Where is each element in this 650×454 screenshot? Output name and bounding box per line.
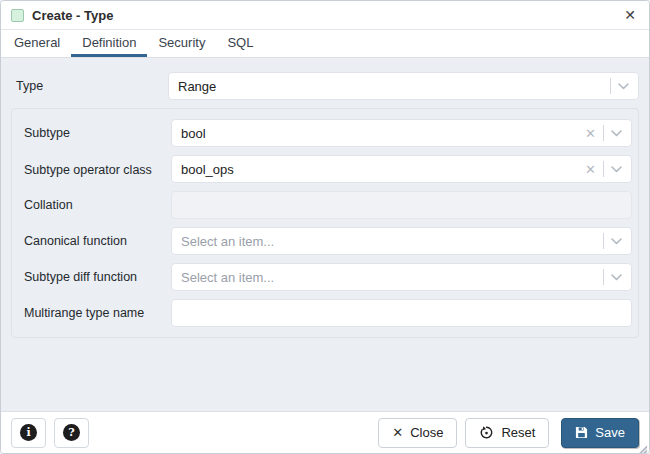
subtype-select[interactable]: bool ✕	[171, 119, 632, 147]
reset-button-label: Reset	[501, 425, 535, 440]
clear-icon[interactable]: ✕	[585, 163, 603, 176]
subtype-diff-function-row: Subtype diff function Select an item...	[18, 263, 632, 291]
dialog-title: Create - Type	[32, 8, 613, 23]
field-divider	[603, 161, 604, 177]
close-button[interactable]: ✕ Close	[378, 418, 457, 448]
create-type-dialog: Create - Type ✕ General Definition Secur…	[0, 0, 650, 454]
tab-security[interactable]: Security	[147, 30, 216, 57]
tab-general[interactable]: General	[3, 30, 71, 57]
chevron-down-icon[interactable]	[618, 83, 629, 90]
subtype-operator-class-value: bool_ops	[181, 162, 585, 177]
type-value: Range	[178, 79, 610, 94]
subtype-diff-function-placeholder: Select an item...	[181, 270, 603, 285]
subtype-operator-class-label: Subtype operator class	[18, 155, 171, 179]
collation-input-field	[181, 198, 622, 213]
save-button[interactable]: Save	[561, 418, 639, 448]
field-divider	[603, 233, 604, 249]
close-icon[interactable]: ✕	[621, 8, 639, 22]
chevron-down-icon[interactable]	[611, 166, 622, 173]
close-button-label: Close	[410, 425, 443, 440]
multirange-type-name-field[interactable]	[181, 306, 622, 321]
reset-icon	[479, 425, 494, 440]
resize-grip[interactable]	[637, 441, 648, 452]
multirange-type-name-label: Multirange type name	[18, 304, 171, 322]
collation-input	[171, 191, 632, 219]
tab-bar: General Definition Security SQL	[1, 30, 649, 58]
subtype-diff-function-select[interactable]: Select an item...	[171, 263, 632, 291]
collation-row: Collation	[18, 191, 632, 219]
type-row: Type Range	[11, 72, 639, 100]
subtype-row: Subtype bool ✕	[18, 119, 632, 147]
type-object-icon	[11, 9, 24, 22]
canonical-function-label: Canonical function	[18, 232, 171, 250]
chevron-down-icon[interactable]	[611, 130, 622, 137]
canonical-function-placeholder: Select an item...	[181, 234, 603, 249]
save-icon	[575, 426, 588, 439]
subtype-diff-function-label: Subtype diff function	[18, 268, 171, 286]
range-options-group: Subtype bool ✕ Subtype operator class bo…	[11, 108, 639, 338]
info-button[interactable]: i	[11, 418, 46, 448]
help-icon: ?	[63, 424, 80, 441]
help-button[interactable]: ?	[54, 418, 89, 448]
chevron-down-icon[interactable]	[611, 238, 622, 245]
close-x-icon: ✕	[392, 426, 403, 439]
tab-sql[interactable]: SQL	[216, 30, 264, 57]
collation-label: Collation	[18, 196, 171, 214]
chevron-down-icon[interactable]	[611, 274, 622, 281]
field-divider	[603, 269, 604, 285]
type-select[interactable]: Range	[168, 72, 639, 100]
multirange-type-name-input[interactable]	[171, 299, 632, 327]
canonical-function-select[interactable]: Select an item...	[171, 227, 632, 255]
clear-icon[interactable]: ✕	[585, 127, 603, 140]
canonical-function-row: Canonical function Select an item...	[18, 227, 632, 255]
save-button-label: Save	[595, 425, 625, 440]
type-label: Type	[11, 77, 168, 95]
subtype-operator-class-row: Subtype operator class bool_ops ✕	[18, 155, 632, 183]
titlebar: Create - Type ✕	[1, 1, 649, 30]
reset-button[interactable]: Reset	[465, 418, 549, 448]
multirange-type-name-row: Multirange type name	[18, 299, 632, 327]
definition-panel: Type Range Subtype bool ✕	[1, 58, 649, 411]
field-divider	[610, 78, 611, 94]
tab-definition[interactable]: Definition	[71, 30, 147, 57]
subtype-value: bool	[181, 126, 585, 141]
footer: i ? ✕ Close Reset	[1, 411, 649, 453]
field-divider	[603, 125, 604, 141]
subtype-operator-class-select[interactable]: bool_ops ✕	[171, 155, 632, 183]
info-icon: i	[20, 424, 37, 441]
subtype-label: Subtype	[18, 124, 171, 142]
